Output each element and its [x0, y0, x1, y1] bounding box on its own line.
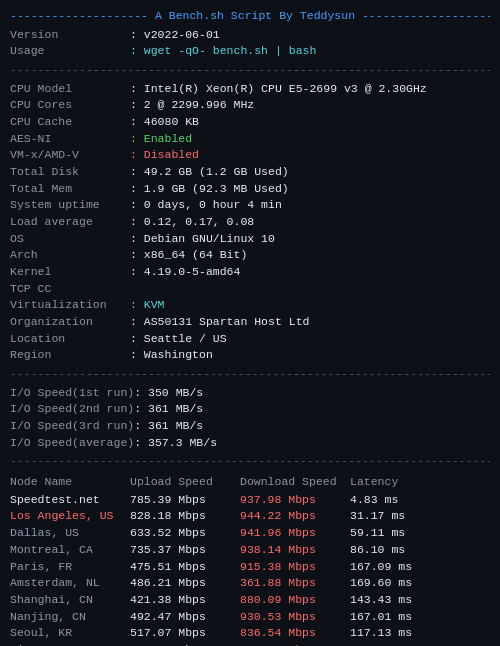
col-header-upload: Upload Speed	[130, 474, 240, 491]
row-download: 880.09 Mbps	[240, 592, 350, 609]
location-value: : Seattle / US	[130, 331, 227, 348]
system-info: CPU Model : Intel(R) Xeon(R) CPU E5-2699…	[10, 81, 490, 364]
org-row: Organization : AS50131 Spartan Host Ltd	[10, 314, 490, 331]
version-section: Version : v2022-06-01 Usage : wget -qO- …	[10, 27, 490, 60]
cpu-cores-row: CPU Cores : 2 @ 2299.996 MHz	[10, 97, 490, 114]
io-run1-label: I/O Speed(1st run)	[10, 385, 134, 402]
row-name: Dallas, US	[10, 525, 130, 542]
row-download: 915.38 Mbps	[240, 559, 350, 576]
row-name: Los Angeles, US	[10, 508, 130, 525]
vm-value: : Disabled	[130, 147, 199, 164]
row-latency: 117.13 ms	[350, 625, 440, 642]
kernel-value: : 4.19.0-5-amd64	[130, 264, 240, 281]
row-upload: 735.37 Mbps	[130, 542, 240, 559]
table-row: Seoul, KR 517.07 Mbps 836.54 Mbps 117.13…	[10, 625, 490, 642]
row-latency: 59.11 ms	[350, 525, 440, 542]
table-row: Speedtest.net 785.39 Mbps 937.98 Mbps 4.…	[10, 492, 490, 509]
version-label: Version	[10, 27, 130, 44]
cpu-model-row: CPU Model : Intel(R) Xeon(R) CPU E5-2699…	[10, 81, 490, 98]
region-value: : Washington	[130, 347, 213, 364]
io-run2-row: I/O Speed(2nd run) : 361 MB/s	[10, 401, 490, 418]
row-latency: 169.60 ms	[350, 575, 440, 592]
cpu-cores-value: : 2 @ 2299.996 MHz	[130, 97, 254, 114]
row-latency: 167.01 ms	[350, 609, 440, 626]
row-name: Paris, FR	[10, 559, 130, 576]
vm-label: VM-x/AMD-V	[10, 147, 130, 164]
divider-1: ----------------------------------------…	[10, 62, 490, 79]
row-upload: 492.47 Mbps	[130, 609, 240, 626]
org-value: : AS50131 Spartan Host Ltd	[130, 314, 309, 331]
row-upload: 475.51 Mbps	[130, 559, 240, 576]
table-row: Amsterdam, NL 486.21 Mbps 361.88 Mbps 16…	[10, 575, 490, 592]
row-upload: 633.52 Mbps	[130, 525, 240, 542]
cpu-cache-value: : 46080 KB	[130, 114, 199, 131]
row-latency: 4.83 ms	[350, 492, 440, 509]
io-avg-label: I/O Speed(average)	[10, 435, 134, 452]
row-download: 944.22 Mbps	[240, 508, 350, 525]
region-label: Region	[10, 347, 130, 364]
divider-3: ----------------------------------------…	[10, 453, 490, 470]
cpu-model-value: : Intel(R) Xeon(R) CPU E5-2699 v3 @ 2.30…	[130, 81, 427, 98]
row-download: 938.14 Mbps	[240, 542, 350, 559]
location-row: Location : Seattle / US	[10, 331, 490, 348]
io-run2-value: : 361 MB/s	[134, 401, 203, 418]
col-header-name: Node Name	[10, 474, 130, 491]
row-name: Singapore, SG	[10, 642, 130, 646]
mem-value: : 1.9 GB (92.3 MB Used)	[130, 181, 289, 198]
table-row: Los Angeles, US 828.18 Mbps 944.22 Mbps …	[10, 508, 490, 525]
table-row: Singapore, SG 391.07 Mbps 695.54 Mbps 18…	[10, 642, 490, 646]
row-name: Shanghai, CN	[10, 592, 130, 609]
row-download: 937.98 Mbps	[240, 492, 350, 509]
usage-label: Usage	[10, 43, 130, 60]
row-upload: 391.07 Mbps	[130, 642, 240, 646]
disk-value: : 49.2 GB (1.2 GB Used)	[130, 164, 289, 181]
row-download: 836.54 Mbps	[240, 625, 350, 642]
table-row: Nanjing, CN 492.47 Mbps 930.53 Mbps 167.…	[10, 609, 490, 626]
row-download: 695.54 Mbps	[240, 642, 350, 646]
io-run3-value: : 361 MB/s	[134, 418, 203, 435]
io-section: I/O Speed(1st run) : 350 MB/s I/O Speed(…	[10, 385, 490, 452]
divider-2: ----------------------------------------…	[10, 366, 490, 383]
table-row: Shanghai, CN 421.38 Mbps 880.09 Mbps 143…	[10, 592, 490, 609]
location-label: Location	[10, 331, 130, 348]
row-latency: 86.10 ms	[350, 542, 440, 559]
row-latency: 167.09 ms	[350, 559, 440, 576]
usage-row: Usage : wget -qO- bench.sh | bash	[10, 43, 490, 60]
row-upload: 421.38 Mbps	[130, 592, 240, 609]
version-value: : v2022-06-01	[130, 27, 220, 44]
row-download: 941.96 Mbps	[240, 525, 350, 542]
row-latency: 143.43 ms	[350, 592, 440, 609]
io-run1-value: : 350 MB/s	[134, 385, 203, 402]
io-run2-label: I/O Speed(2nd run)	[10, 401, 134, 418]
org-label: Organization	[10, 314, 130, 331]
cpu-cache-label: CPU Cache	[10, 114, 130, 131]
os-value: : Debian GNU/Linux 10	[130, 231, 275, 248]
io-avg-row: I/O Speed(average) : 357.3 MB/s	[10, 435, 490, 452]
mem-row: Total Mem : 1.9 GB (92.3 MB Used)	[10, 181, 490, 198]
uptime-row: System uptime : 0 days, 0 hour 4 min	[10, 197, 490, 214]
aes-label: AES-NI	[10, 131, 130, 148]
virt-row: Virtualization : KVM	[10, 297, 490, 314]
load-label: Load average	[10, 214, 130, 231]
uptime-label: System uptime	[10, 197, 130, 214]
load-value: : 0.12, 0.17, 0.08	[130, 214, 254, 231]
row-latency: 189.36 ms	[350, 642, 440, 646]
arch-value: : x86_64 (64 Bit)	[130, 247, 247, 264]
row-upload: 828.18 Mbps	[130, 508, 240, 525]
table-row: Paris, FR 475.51 Mbps 915.38 Mbps 167.09…	[10, 559, 490, 576]
io-run1-row: I/O Speed(1st run) : 350 MB/s	[10, 385, 490, 402]
row-name: Amsterdam, NL	[10, 575, 130, 592]
header-title: -------------------- A Bench.sh Script B…	[10, 9, 490, 22]
tcp-row: TCP CC	[10, 281, 490, 298]
vm-row: VM-x/AMD-V : Disabled	[10, 147, 490, 164]
region-row: Region : Washington	[10, 347, 490, 364]
col-header-latency: Latency	[350, 474, 440, 491]
row-upload: 785.39 Mbps	[130, 492, 240, 509]
io-run3-row: I/O Speed(3rd run) : 361 MB/s	[10, 418, 490, 435]
table-row: Dallas, US 633.52 Mbps 941.96 Mbps 59.11…	[10, 525, 490, 542]
aes-value: : Enabled	[130, 131, 192, 148]
cpu-cores-label: CPU Cores	[10, 97, 130, 114]
usage-value: : wget -qO- bench.sh | bash	[130, 43, 316, 60]
col-header-download: Download Speed	[240, 474, 350, 491]
uptime-value: : 0 days, 0 hour 4 min	[130, 197, 282, 214]
